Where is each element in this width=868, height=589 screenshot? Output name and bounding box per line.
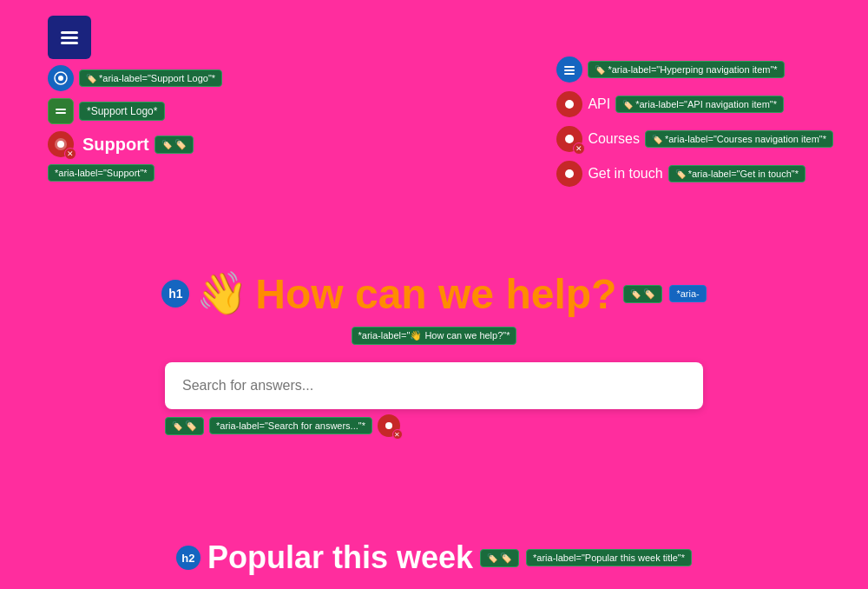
courses-x-badge: ✕ xyxy=(573,142,585,155)
svg-point-14 xyxy=(565,169,574,178)
nav-list-icon[interactable] xyxy=(556,56,582,83)
svg-rect-5 xyxy=(56,109,66,110)
svg-rect-11 xyxy=(564,73,575,75)
support-label: Support xyxy=(82,135,149,155)
courses-label[interactable]: Courses xyxy=(588,131,640,147)
support-aria-label: *aria-label="Support"* xyxy=(48,164,155,182)
courses-red-icon: ✕ xyxy=(556,126,582,152)
nav-right-row-1: *aria-label="Hyperping navigation item"* xyxy=(556,56,833,83)
heading-tag-badge: 🏷️ xyxy=(623,285,662,303)
svg-rect-10 xyxy=(564,69,575,71)
heading-row: h1 👋 How can we help? 🏷️ *aria- xyxy=(161,269,706,318)
get-in-touch-red-icon xyxy=(556,161,582,187)
search-aria-row: 🏷️ *aria-label="Search for answers..."* … xyxy=(165,414,703,437)
popular-aria-label: *aria-label="Popular this week title"* xyxy=(526,549,692,566)
search-tag-badge: 🏷️ xyxy=(165,417,204,435)
api-label[interactable]: API xyxy=(588,96,610,112)
logo-area xyxy=(48,16,91,59)
get-in-touch-label[interactable]: Get in touch xyxy=(588,166,662,182)
search-aria-label: *aria-label="Search for answers..."* xyxy=(209,417,372,434)
support-red-icon: ✕ xyxy=(48,131,74,157)
search-red-icon: ✕ xyxy=(378,414,400,437)
search-input[interactable] xyxy=(165,362,703,409)
h2-badge: h2 xyxy=(176,546,201,570)
nav-right-row-2: API *aria-label="API navigation item"* xyxy=(556,91,833,117)
wave-emoji: 👋 xyxy=(196,269,248,318)
courses-nav-tag: *aria-label="Courses navigation item"* xyxy=(645,130,833,148)
support-tag: 🏷️ xyxy=(155,136,194,154)
get-in-touch-nav-tag: *aria-label="Get in touch"* xyxy=(668,165,806,182)
heading-aria-label: *aria-label="👋 How can we help?"* xyxy=(352,327,517,345)
svg-rect-1 xyxy=(61,36,78,39)
x-badge: ✕ xyxy=(64,148,76,160)
svg-point-8 xyxy=(57,141,64,148)
svg-point-4 xyxy=(58,76,63,81)
h1-badge: h1 xyxy=(161,280,189,308)
popular-tag-badge: 🏷️ xyxy=(480,549,519,567)
nav-left: *aria-label="Support Logo"* *Support Log… xyxy=(48,65,222,182)
nav-right: *aria-label="Hyperping navigation item"*… xyxy=(556,56,833,187)
popular-section: h2 Popular this week 🏷️ *aria-label="Pop… xyxy=(0,539,868,576)
svg-rect-6 xyxy=(56,112,66,114)
logo-icon[interactable] xyxy=(48,16,91,59)
api-nav-tag: *aria-label="API navigation item"* xyxy=(615,96,784,113)
nav-left-row-1: *aria-label="Support Logo"* xyxy=(48,65,222,91)
search-x-badge: ✕ xyxy=(392,429,403,440)
support-logo-label: *Support Logo* xyxy=(79,102,165,121)
svg-rect-9 xyxy=(564,66,575,68)
nav-right-row-4: Get in touch *aria-label="Get in touch"* xyxy=(556,161,833,187)
list-icon-1 xyxy=(48,65,74,91)
svg-point-13 xyxy=(565,135,574,143)
nav-left-row-4: *aria-label="Support"* xyxy=(48,164,222,182)
nav-left-row-3: ✕ Support 🏷️ xyxy=(48,131,222,157)
nav-right-row-3: ✕ Courses *aria-label="Courses navigatio… xyxy=(556,126,833,152)
hyperping-nav-tag: *aria-label="Hyperping navigation item"* xyxy=(588,61,784,78)
api-red-icon xyxy=(556,91,582,117)
green-box-icon xyxy=(48,98,74,124)
main-content: h1 👋 How can we help? 🏷️ *aria- *aria-la… xyxy=(0,269,868,450)
heading-aria-row: *aria-label="👋 How can we help?"* xyxy=(352,327,517,345)
svg-point-15 xyxy=(385,422,392,429)
nav-left-row-2: *Support Logo* xyxy=(48,98,222,124)
support-logo-tag: *aria-label="Support Logo"* xyxy=(79,69,222,87)
main-heading: How can we help? xyxy=(255,270,616,318)
svg-rect-2 xyxy=(61,42,78,44)
search-container: 🏷️ *aria-label="Search for answers..."* … xyxy=(165,362,703,437)
heading-aria-partial: *aria- xyxy=(669,285,706,302)
svg-rect-0 xyxy=(61,31,78,34)
popular-heading: Popular this week xyxy=(207,539,473,576)
svg-point-12 xyxy=(565,100,574,109)
